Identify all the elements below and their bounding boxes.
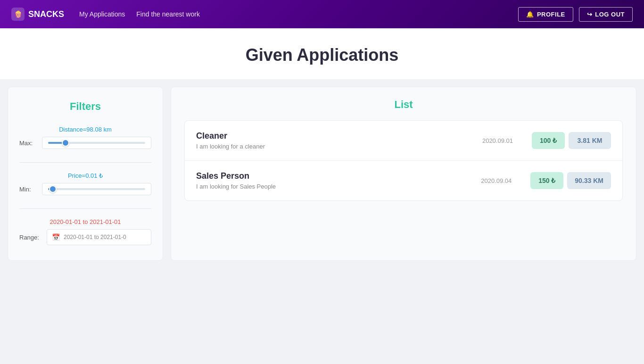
list-item[interactable]: Cleaner I am looking for a cleaner 2020.… — [185, 121, 622, 161]
calendar-icon: 📅 — [52, 233, 60, 241]
distance-label-row: Distance=98.08 km — [19, 126, 151, 133]
navbar: 🍿 SNACKS My Applications Find the neares… — [0, 0, 644, 28]
nav-links: My Applications Find the nearest work — [79, 10, 503, 18]
date-input-container[interactable]: 📅 2020-01-01 to 2021-01-0 — [47, 229, 151, 245]
logout-button[interactable]: ↪ LOG OUT — [579, 7, 633, 22]
price-label-value: Price=0.01 ₺ — [68, 172, 103, 179]
logo-icon: 🍿 — [11, 8, 25, 21]
list-item-2-date: 2020.09.04 — [481, 177, 512, 184]
list-item-2-title: Sales Person — [196, 171, 462, 181]
filters-panel: Filters Distance=98.08 km Max: Price=0.0… — [8, 87, 163, 261]
list-items-container: Cleaner I am looking for a cleaner 2020.… — [184, 120, 623, 201]
profile-label: PROFILE — [537, 11, 565, 18]
price-filter-section: Price=0.01 ₺ Min: — [19, 172, 151, 195]
list-item-1-info: Cleaner I am looking for a cleaner — [196, 131, 463, 150]
price-row-label: Min: — [19, 186, 37, 193]
price-slider[interactable] — [48, 188, 145, 190]
date-filter-section: 2020-01-01 to 2021-01-01 Range: 📅 2020-0… — [19, 218, 151, 245]
nav-actions: 🔔 PROFILE ↪ LOG OUT — [518, 7, 633, 22]
list-item-2-price-badge: 150 ₺ — [530, 172, 563, 189]
price-filter-row: Min: — [19, 183, 151, 195]
divider-2 — [19, 208, 151, 209]
list-item-1-price-badge: 100 ₺ — [532, 132, 565, 149]
logo-text: SNACKS — [28, 9, 64, 19]
price-slider-container — [42, 183, 151, 195]
list-title: List — [184, 99, 623, 111]
list-item-2-badges: 150 ₺ 90.33 KM — [530, 172, 611, 189]
list-item-2-info: Sales Person I am looking for Sales Peop… — [196, 171, 462, 190]
nav-my-applications[interactable]: My Applications — [79, 10, 125, 18]
page-title: Given Applications — [0, 45, 644, 65]
distance-filter-row: Max: — [19, 137, 151, 149]
page-title-container: Given Applications — [0, 28, 644, 79]
date-input-text: 2020-01-01 to 2021-01-0 — [64, 234, 126, 240]
distance-row-label: Max: — [19, 140, 37, 147]
profile-button[interactable]: 🔔 PROFILE — [518, 7, 573, 22]
list-panel: List Cleaner I am looking for a cleaner … — [171, 87, 636, 261]
date-label-row: 2020-01-01 to 2021-01-01 — [19, 218, 151, 225]
main-content: Filters Distance=98.08 km Max: Price=0.0… — [0, 79, 644, 272]
date-row-label: Range: — [19, 234, 42, 241]
filters-title: Filters — [19, 100, 151, 113]
list-item-1-distance-badge: 3.81 KM — [569, 132, 611, 149]
date-filter-row: Range: 📅 2020-01-01 to 2021-01-0 — [19, 229, 151, 245]
distance-label-value: Distance=98.08 km — [59, 126, 112, 133]
list-item-1-date: 2020.09.01 — [482, 137, 513, 144]
divider-1 — [19, 162, 151, 163]
list-item-1-title: Cleaner — [196, 131, 463, 141]
logout-label: LOG OUT — [595, 11, 625, 18]
nav-find-nearest-work[interactable]: Find the nearest work — [136, 10, 200, 18]
distance-slider-container — [42, 137, 151, 149]
list-item[interactable]: Sales Person I am looking for Sales Peop… — [185, 161, 622, 200]
date-label-value: 2020-01-01 to 2021-01-01 — [50, 218, 121, 225]
distance-slider[interactable] — [48, 142, 145, 144]
price-label-row: Price=0.01 ₺ — [19, 172, 151, 179]
list-item-1-badges: 100 ₺ 3.81 KM — [532, 132, 611, 149]
list-item-2-distance-badge: 90.33 KM — [567, 172, 611, 189]
distance-filter-section: Distance=98.08 km Max: — [19, 126, 151, 149]
logo[interactable]: 🍿 SNACKS — [11, 8, 64, 21]
logout-icon: ↪ — [587, 11, 593, 18]
list-item-1-description: I am looking for a cleaner — [196, 143, 463, 150]
list-item-2-description: I am looking for Sales People — [196, 183, 462, 190]
bell-icon: 🔔 — [526, 11, 534, 18]
